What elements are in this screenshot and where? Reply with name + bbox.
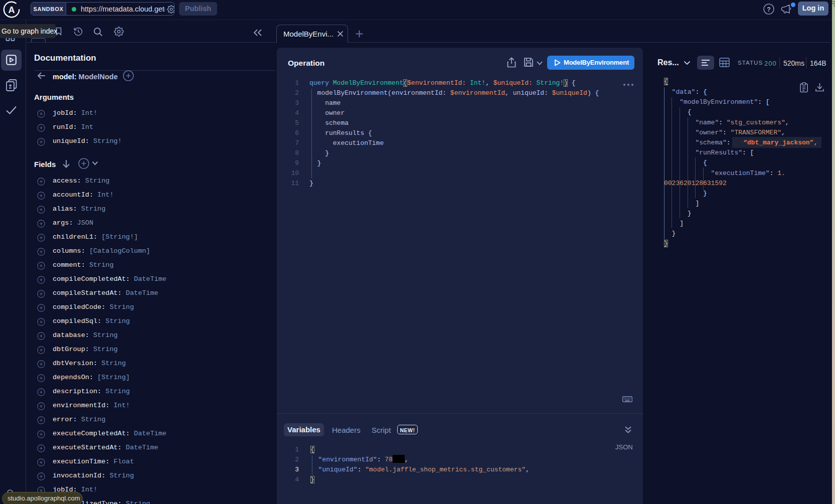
svg-text:A: A <box>9 5 15 15</box>
svg-text:?: ? <box>767 6 770 13</box>
